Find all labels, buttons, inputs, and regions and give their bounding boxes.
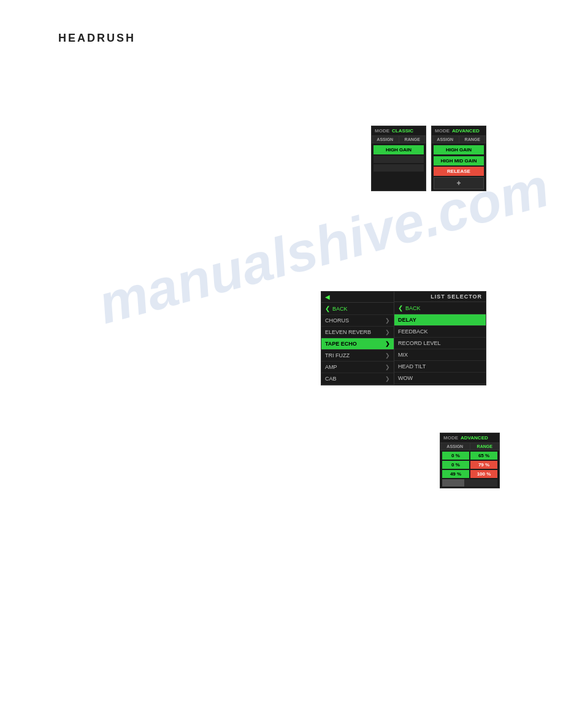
range-panel-container: MODE ADVANCED ASSIGN RANGE 0 % 65 % 0 % …	[440, 433, 500, 488]
list-item-mix[interactable]: MIX	[394, 349, 486, 361]
list-item-head-tilt[interactable]: HEAD TILT	[394, 361, 486, 373]
classic-assign-btn[interactable]: ASSIGN	[372, 136, 399, 143]
list-item-delay-label: DELAY	[398, 317, 416, 323]
range-row2-left[interactable]: 0 %	[442, 461, 469, 469]
list-item-eleven-reverb-label: ELEVEN REVERB	[325, 329, 371, 335]
list-right-back-row[interactable]: ❮ BACK	[394, 302, 486, 314]
advanced-assign-range-row-top: ASSIGN RANGE	[432, 136, 486, 143]
range-row-3: 49 % 100 %	[442, 470, 497, 478]
advanced-mode-value-top: ADVANCED	[452, 128, 480, 134]
classic-assign-range-row: ASSIGN RANGE	[372, 136, 426, 143]
classic-mode-header: MODE CLASSIC	[372, 126, 426, 136]
range-row-2: 0 % 79 %	[442, 461, 497, 469]
classic-range-btn[interactable]: RANGE	[399, 136, 426, 143]
list-item-tape-echo-label: TAPE ECHO	[325, 341, 357, 347]
classic-panel: MODE CLASSIC ASSIGN RANGE HIGH GAIN	[371, 126, 426, 191]
list-left-back-label: BACK	[332, 306, 348, 312]
list-item-feedback[interactable]: FEEDBACK	[394, 326, 486, 338]
list-item-tape-echo-chevron: ❯	[385, 341, 390, 347]
advanced-mode-label-top: MODE	[435, 128, 450, 134]
list-item-tri-fuzz[interactable]: TRI FUZZ ❯	[321, 350, 394, 362]
range-range-btn[interactable]: RANGE	[470, 443, 500, 450]
classic-mode-label: MODE	[375, 128, 389, 134]
list-item-feedback-label: FEEDBACK	[398, 328, 428, 335]
range-panel-header: MODE ADVANCED	[440, 433, 499, 443]
range-assign-range-row: ASSIGN RANGE	[440, 443, 499, 450]
list-selector-container: ◀ ❮ BACK CHORUS ❯ ELEVEN REVERB ❯ TAPE E…	[321, 291, 486, 385]
list-selector-header: LIST SELECTOR	[394, 292, 486, 302]
range-row1-left[interactable]: 0 %	[442, 452, 469, 460]
range-row3-right[interactable]: 100 %	[470, 470, 497, 478]
classic-high-gain-bar[interactable]: HIGH GAIN	[373, 145, 424, 154]
list-left-back-arrow-icon: ❮	[325, 305, 330, 312]
list-item-cab-chevron: ❯	[385, 376, 390, 382]
list-item-amp-label: AMP	[325, 364, 337, 370]
list-item-tape-echo[interactable]: TAPE ECHO ❯	[321, 338, 394, 350]
list-right-back-label: BACK	[405, 305, 421, 311]
range-panel: MODE ADVANCED ASSIGN RANGE 0 % 65 % 0 % …	[440, 433, 500, 488]
list-item-chorus[interactable]: CHORUS ❯	[321, 315, 394, 327]
list-item-chorus-chevron: ❯	[385, 317, 390, 324]
advanced-release-bar[interactable]: RELEASE	[434, 167, 484, 176]
list-item-mix-label: MIX	[398, 352, 408, 358]
list-left-back-row[interactable]: ❮ BACK	[321, 303, 394, 315]
list-item-chorus-label: CHORUS	[325, 317, 349, 324]
advanced-mode-header-top: MODE ADVANCED	[432, 126, 486, 136]
list-item-delay[interactable]: DELAY	[394, 314, 486, 326]
advanced-high-gain-bar[interactable]: HIGH GAIN	[434, 145, 484, 154]
advanced-high-mid-gain-bar[interactable]: HIGH MID GAIN	[434, 156, 484, 165]
list-item-eleven-reverb[interactable]: ELEVEN REVERB ❯	[321, 327, 394, 338]
list-selector-right-panel: LIST SELECTOR ❮ BACK DELAY FEEDBACK RECO…	[394, 291, 486, 385]
range-mode-label: MODE	[443, 435, 458, 441]
advanced-range-btn-top[interactable]: RANGE	[459, 136, 486, 143]
list-item-tri-fuzz-label: TRI FUZZ	[325, 352, 350, 358]
list-item-tri-fuzz-chevron: ❯	[385, 352, 390, 358]
mode-panels: MODE CLASSIC ASSIGN RANGE HIGH GAIN MODE…	[371, 126, 486, 191]
list-item-record-level[interactable]: RECORD LEVEL	[394, 338, 486, 349]
list-item-cab-label: CAB	[325, 376, 337, 382]
range-assign-btn[interactable]: ASSIGN	[440, 443, 470, 450]
range-row-1: 0 % 65 %	[442, 452, 497, 460]
list-item-amp[interactable]: AMP ❯	[321, 362, 394, 373]
list-item-wow-label: WOW	[398, 375, 413, 381]
range-mode-value: ADVANCED	[461, 435, 488, 441]
advanced-panel-top: MODE ADVANCED ASSIGN RANGE HIGH GAIN HIG…	[431, 126, 486, 191]
advanced-plus-bar[interactable]: +	[434, 177, 484, 189]
range-progress-fill	[442, 479, 464, 487]
list-item-record-level-label: RECORD LEVEL	[398, 340, 441, 346]
list-item-amp-chevron: ❯	[385, 364, 390, 370]
classic-mode-value: CLASSIC	[392, 128, 413, 134]
classic-empty-bar-2	[373, 164, 424, 172]
list-item-eleven-reverb-chevron: ❯	[385, 329, 390, 335]
list-right-back-arrow-icon: ❮	[398, 305, 403, 311]
list-item-wow[interactable]: WOW	[394, 373, 486, 384]
range-row1-right[interactable]: 65 %	[470, 452, 497, 460]
range-progress-bar	[442, 479, 497, 487]
classic-empty-bar-1	[373, 156, 424, 163]
list-left-mini-header: ◀	[321, 292, 394, 303]
list-item-cab[interactable]: CAB ❯	[321, 373, 394, 385]
advanced-assign-btn-top[interactable]: ASSIGN	[432, 136, 459, 143]
list-item-head-tilt-label: HEAD TILT	[398, 363, 426, 370]
list-selector-left-panel: ◀ ❮ BACK CHORUS ❯ ELEVEN REVERB ❯ TAPE E…	[321, 291, 394, 385]
range-row2-right[interactable]: 79 %	[470, 461, 497, 469]
range-row3-left[interactable]: 49 %	[442, 470, 469, 478]
headrush-logo: HEADRUSH	[58, 32, 136, 45]
left-mini-back-arrow-icon: ◀	[325, 294, 330, 300]
